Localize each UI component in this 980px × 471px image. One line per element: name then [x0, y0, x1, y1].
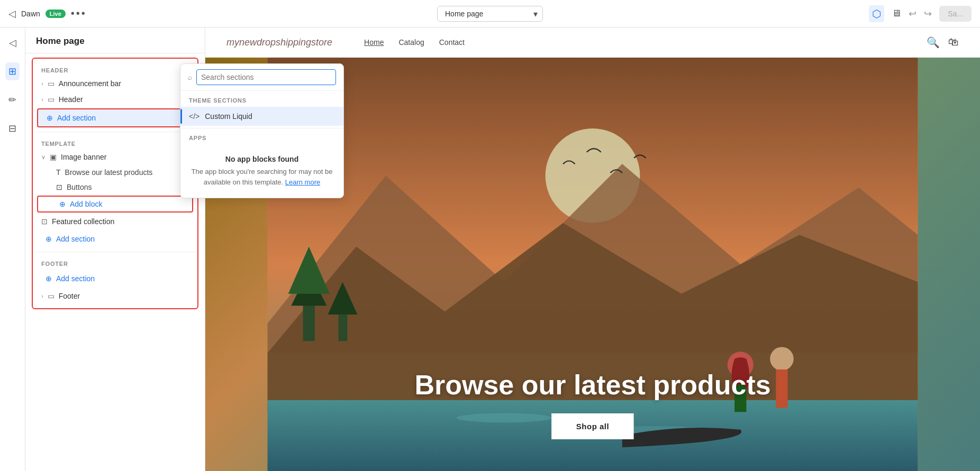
image-banner-label: Image banner — [61, 153, 106, 161]
search-sections-popup: ⌕ THEME SECTIONS </> Custom Liquid APPS … — [180, 63, 344, 198]
buttons-subitem[interactable]: ⊡ Buttons — [33, 180, 197, 195]
page-title: Home page — [25, 27, 205, 53]
main-layout: ◁ ⊞ ✏ ⊟ Home page HEADER › ▭ Announcemen… — [0, 27, 980, 471]
no-apps-title: No app blocks found — [189, 155, 335, 163]
back-icon[interactable]: ◁ — [8, 8, 16, 20]
featured-collection-label: Featured collection — [52, 217, 114, 226]
hero-title: Browse our latest products — [414, 369, 770, 401]
page-selector-wrap: Home page — [437, 6, 543, 22]
collection-icon: ⊡ — [41, 217, 48, 226]
topbar-center: Home page — [437, 6, 543, 22]
more-options-icon[interactable]: ••• — [71, 7, 87, 20]
add-icon-3: ⊕ — [46, 274, 52, 283]
search-store-icon[interactable]: 🔍 — [927, 36, 940, 49]
back-nav-icon[interactable]: ◁ — [6, 34, 20, 52]
add-section-template-label: Add section — [56, 235, 95, 243]
template-label: TEMPLATE — [33, 136, 197, 149]
search-box: ⌕ — [180, 64, 343, 91]
svg-rect-16 — [776, 370, 787, 408]
code-icon: </> — [189, 112, 199, 121]
nav-home[interactable]: Home — [364, 38, 384, 47]
divider-2 — [33, 252, 197, 252]
shop-all-button[interactable]: Shop all — [552, 413, 633, 439]
store-logo: mynewdropshippingstore — [226, 37, 332, 48]
store-icons: 🔍 🛍 — [927, 36, 959, 49]
custom-liquid-wrap: </> Custom Liquid — [180, 107, 343, 126]
browse-products-label: Browse our latest products — [65, 168, 153, 177]
pencil-icon[interactable]: ✏ — [5, 91, 20, 109]
cursor-tool-icon[interactable]: ⬡ — [869, 5, 884, 22]
nav-contact[interactable]: Contact — [439, 38, 465, 47]
theme-sections-label: THEME SECTIONS — [180, 91, 343, 107]
store-name: Dawn — [21, 10, 40, 18]
add-block-button[interactable]: ⊕ Add block — [37, 196, 193, 213]
buttons-label: Buttons — [67, 183, 92, 191]
add-block-label: Add block — [70, 200, 102, 208]
topbar: ◁ Dawn Live ••• Home page ⬡ 🖥 ↩ ↪ Sa... — [0, 0, 980, 27]
sections-outline: HEADER › ▭ Announcement bar › ▭ Header ⊕… — [32, 58, 198, 309]
cart-icon[interactable]: 🛍 — [948, 36, 959, 49]
search-icon: ⌕ — [188, 73, 192, 81]
header-label-text: Header — [59, 95, 83, 104]
chevron-right-icon: › — [41, 96, 43, 103]
chevron-down-icon: ∨ — [41, 154, 46, 161]
learn-more-link[interactable]: Learn more — [285, 178, 320, 186]
store-nav: Home Catalog Contact — [364, 38, 465, 47]
text-icon: T — [56, 168, 61, 177]
header-item[interactable]: › ▭ Header — [33, 91, 197, 107]
announcement-bar-icon: ▭ — [48, 79, 55, 88]
footer-item[interactable]: › ▭ Footer — [33, 288, 197, 304]
chevron-right-icon: › — [41, 80, 43, 87]
apps-grid-icon[interactable]: ⊟ — [5, 119, 20, 137]
page-selector[interactable]: Home page — [437, 6, 543, 22]
add-section-header-label: Add section — [57, 114, 96, 122]
buttons-icon: ⊡ — [56, 183, 62, 191]
footer-label: FOOTER — [33, 256, 197, 269]
custom-liquid-label: Custom Liquid — [205, 112, 252, 121]
redo-icon[interactable]: ↪ — [924, 8, 932, 20]
add-section-footer-label: Add section — [56, 274, 95, 283]
store-header: mynewdropshippingstore Home Catalog Cont… — [205, 27, 980, 58]
hero-content: Browse our latest products Shop all — [414, 369, 770, 439]
no-apps-section: No app blocks found The app block you're… — [180, 144, 343, 198]
custom-liquid-item[interactable]: </> Custom Liquid — [180, 107, 343, 126]
save-button[interactable]: Sa... — [939, 6, 972, 22]
sidebar: Home page HEADER › ▭ Announcement bar › … — [25, 27, 205, 471]
no-apps-description: The app block you're searching for may n… — [189, 167, 335, 187]
image-banner-item[interactable]: ∨ ▣ Image banner — [33, 149, 197, 165]
undo-icon[interactable]: ↩ — [909, 8, 917, 20]
add-section-footer-button[interactable]: ⊕ Add section — [37, 270, 193, 287]
layers-icon[interactable]: ⊞ — [5, 62, 20, 80]
selected-indicator — [180, 109, 182, 124]
image-banner-icon: ▣ — [50, 153, 57, 161]
chevron-right-icon-footer: › — [41, 293, 43, 299]
add-section-template-button[interactable]: ⊕ Add section — [37, 230, 193, 247]
nav-catalog[interactable]: Catalog — [398, 38, 424, 47]
featured-collection-item[interactable]: ⊡ Featured collection — [33, 214, 197, 229]
icon-bar: ◁ ⊞ ✏ ⊟ — [0, 27, 25, 471]
add-section-header-button[interactable]: ⊕ Add section — [37, 108, 193, 127]
header-icon: ▭ — [48, 95, 55, 104]
add-icon-2: ⊕ — [46, 235, 52, 243]
live-badge: Live — [46, 10, 66, 18]
search-input[interactable] — [196, 69, 336, 85]
announcement-bar-label: Announcement bar — [59, 79, 121, 88]
svg-point-15 — [770, 347, 794, 371]
topbar-left: ◁ Dawn Live ••• — [8, 7, 87, 20]
announcement-bar-item[interactable]: › ▭ Announcement bar — [33, 76, 197, 91]
footer-icon: ▭ — [48, 292, 55, 300]
add-icon: ⊕ — [47, 114, 53, 122]
footer-label-text: Footer — [59, 292, 80, 300]
browse-products-subitem[interactable]: T Browse our latest products — [33, 165, 197, 180]
topbar-right: ⬡ 🖥 ↩ ↪ Sa... — [869, 5, 972, 22]
desktop-view-icon[interactable]: 🖥 — [892, 8, 901, 19]
divider — [33, 132, 197, 132]
header-label: HEADER — [33, 63, 197, 76]
add-block-icon: ⊕ — [59, 200, 66, 208]
apps-label: APPS — [180, 128, 343, 144]
